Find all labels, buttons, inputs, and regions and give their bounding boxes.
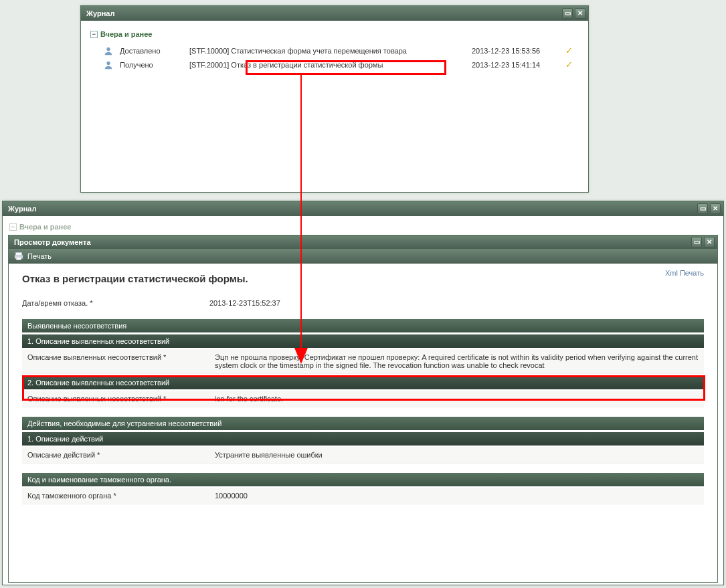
close-icon[interactable]: ✕ (575, 8, 585, 19)
xml-print-link[interactable]: Xml Печать (665, 269, 704, 277)
window-title: Просмотр документа (14, 238, 689, 246)
journal-window-top: Журнал ▭ ✕ − Вчера и ранее Доставлено [S… (80, 5, 589, 193)
window-title: Журнал (8, 205, 695, 213)
tree-group-disabled: − Вчера и ранее (8, 221, 718, 235)
subsection-header: 1. Описание выявленных несоответствий (22, 334, 704, 348)
field-label: Код таможенного органа * (27, 492, 215, 500)
svg-point-1 (106, 61, 110, 64)
journal-window-bottom: Журнал ▭ ✕ − Вчера и ранее Просмотр доку… (2, 201, 724, 585)
discrepancy-row: Описание выявленных несоответствий * ion… (22, 391, 704, 407)
document-viewer-window: Просмотр документа ▭ ✕ Печать Xml Печать… (8, 235, 718, 583)
datetime-label: Дата/время отказа. * (22, 299, 209, 307)
field-value: 10000000 (215, 492, 699, 500)
minimize-icon[interactable]: ▭ (697, 203, 708, 214)
toolbar-print-label[interactable]: Печать (27, 252, 52, 260)
tree-toggle-icon[interactable]: − (90, 31, 98, 38)
window-header[interactable]: Просмотр документа ▭ ✕ (9, 235, 717, 249)
datetime-row: Дата/время отказа. * 2013-12-23T15:52:37 (22, 296, 704, 310)
window-header[interactable]: Журнал ▭ ✕ (3, 201, 723, 216)
customs-row: Код таможенного органа * 10000000 (22, 488, 704, 504)
discrepancy-row: Описание выявленных несоответствий * Эцп… (22, 349, 704, 374)
log-row[interactable]: Доставлено [STF.10000] Статистическая фо… (89, 43, 580, 58)
svg-rect-2 (16, 252, 22, 255)
window-title: Журнал (86, 9, 560, 17)
document-content: Xml Печать Отказ в регистрации статистич… (9, 264, 717, 582)
user-icon (104, 60, 113, 70)
svg-point-0 (106, 47, 110, 50)
action-row: Описание действий * Устраните выявленные… (22, 447, 704, 464)
toolbar: Печать (9, 249, 717, 264)
section-header-actions: Действия, необходимые для устранения нес… (22, 417, 704, 430)
field-label: Описание действий * (27, 451, 215, 459)
field-value: Устраните выявленные ошибки (215, 451, 699, 459)
field-value: Эцп не прошла проверку: Сертификат не пр… (215, 353, 699, 369)
close-icon[interactable]: ✕ (704, 237, 715, 248)
subject-text: [STF.20001] Отказ в регистрации статисти… (180, 61, 465, 69)
status-text: Получено (120, 61, 173, 69)
status-text: Доставлено (120, 47, 173, 55)
window-body: − Вчера и ранее Доставлено [STF.10000] С… (81, 21, 588, 192)
tree-group-label: Вчера и ранее (19, 223, 71, 231)
field-value: ion for the certificate. (215, 395, 699, 403)
check-icon: ✓ (565, 45, 576, 56)
document-title: Отказ в регистрации статистической формы… (22, 273, 704, 284)
check-icon: ✓ (565, 60, 576, 70)
close-icon[interactable]: ✕ (710, 203, 721, 214)
subject-text: [STF.10000] Статистическая форма учета п… (180, 47, 465, 55)
section-header-customs: Код и наименование таможенного органа. (22, 473, 704, 486)
window-header[interactable]: Журнал ▭ ✕ (81, 6, 588, 21)
timestamp: 2013-12-23 15:53:56 (472, 47, 559, 55)
minimize-icon[interactable]: ▭ (562, 8, 573, 19)
log-row[interactable]: Получено [STF.20001] Отказ в регистрации… (89, 58, 580, 72)
section-header-discrepancies: Выявленные несоответствия (22, 319, 704, 332)
tree-group-label: Вчера и ранее (100, 30, 152, 38)
subsection-header: 2. Описание выявленных несоответствий (22, 376, 704, 389)
tree-group[interactable]: − Вчера и ранее (89, 27, 580, 43)
user-icon (104, 46, 113, 56)
tree-toggle-icon: − (9, 223, 17, 231)
timestamp: 2013-12-23 15:41:14 (472, 61, 559, 69)
svg-rect-4 (17, 257, 21, 260)
subsection-header: 1. Описание действий (22, 432, 704, 446)
minimize-icon[interactable]: ▭ (691, 237, 702, 248)
field-label: Описание выявленных несоответствий * (27, 353, 215, 369)
field-label: Описание выявленных несоответствий * (27, 395, 215, 403)
printer-icon[interactable] (14, 252, 23, 261)
window-body: − Вчера и ранее Просмотр документа ▭ ✕ П… (3, 216, 723, 585)
datetime-value: 2013-12-23T15:52:37 (209, 299, 704, 307)
